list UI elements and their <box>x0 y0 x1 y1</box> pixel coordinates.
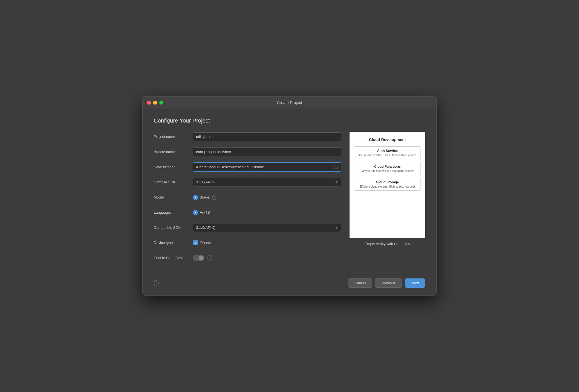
phone-checkbox-label: Phone <box>200 241 211 245</box>
model-row: Model: Stage ? <box>154 192 341 202</box>
project-name-input[interactable] <box>193 132 341 141</box>
save-location-input[interactable] <box>193 163 331 171</box>
save-location-control <box>193 163 341 171</box>
enable-clouddev-toggle-wrapper: ? <box>193 255 341 261</box>
bundle-name-input[interactable] <box>193 147 341 156</box>
cloud-storage-desc: Efficient cloud storage. High speed, low… <box>358 185 417 188</box>
model-stage-radio[interactable] <box>193 195 198 200</box>
auth-service-title: Auth Service <box>358 149 417 153</box>
maximize-button[interactable] <box>159 101 163 105</box>
model-stage-label: Stage <box>200 195 209 199</box>
minimize-button[interactable] <box>153 101 157 105</box>
project-name-control <box>193 132 341 141</box>
device-type-row: Device type: Phone <box>154 238 341 248</box>
auth-service-item: Auth Service Secure and reliable user au… <box>354 146 421 159</box>
enable-clouddev-toggle[interactable] <box>193 255 204 261</box>
window-title: Create Project <box>277 100 302 105</box>
compile-sdk-select[interactable]: 3.1.0(API 9) <box>193 178 341 186</box>
title-bar: Create Project <box>143 97 436 109</box>
footer-left: ? <box>154 280 159 285</box>
language-row: Language: ArkTS <box>154 207 341 218</box>
compatible-sdk-select-wrapper: 3.1.0(API 9) ▼ <box>193 223 341 232</box>
project-name-row: Project name: <box>154 132 341 142</box>
phone-checkbox[interactable] <box>193 240 198 245</box>
language-arkts-option[interactable]: ArkTS <box>193 210 210 215</box>
cloud-functions-desc: Easy to run code without managing server… <box>358 169 417 172</box>
language-control: ArkTS <box>193 210 341 215</box>
model-stage-option[interactable]: Stage <box>193 195 209 200</box>
main-window: Create Project Configure Your Project Pr… <box>142 96 437 296</box>
cancel-button[interactable]: Cancel <box>348 278 372 288</box>
close-button[interactable] <box>147 101 151 105</box>
compatible-sdk-control: 3.1.0(API 9) ▼ <box>193 223 341 232</box>
compile-sdk-label: Compile SDK: <box>154 180 193 184</box>
save-location-label: Save location: <box>154 165 193 169</box>
model-radio-group: Stage ? <box>193 195 341 200</box>
compile-sdk-select-wrapper: 3.1.0(API 9) ▼ <box>193 178 341 186</box>
folder-browse-button[interactable] <box>331 165 341 169</box>
enable-clouddev-control: ? <box>193 255 341 261</box>
model-label: Model: <box>154 195 193 199</box>
language-radio-group: ArkTS <box>193 210 341 215</box>
next-button[interactable]: Next <box>405 278 425 288</box>
form-section: Project name: Bundle name: Save location… <box>154 132 341 268</box>
enable-clouddev-row: Enable CloudDev: ? <box>154 253 341 263</box>
previous-button[interactable]: Previous <box>375 278 402 288</box>
cloud-storage-item: Cloud Storage Efficient cloud storage. H… <box>354 178 421 191</box>
footer-right: Cancel Previous Next <box>348 278 425 288</box>
dialog-content: Configure Your Project Project name: Bun… <box>143 109 436 296</box>
language-arkts-radio[interactable] <box>193 210 198 215</box>
page-title: Configure Your Project <box>154 117 425 124</box>
compatible-sdk-row: Compatible SDK: 3.1.0(API 9) ▼ <box>154 223 341 233</box>
device-type-control: Phone <box>193 240 341 245</box>
clouddev-help-icon[interactable]: ? <box>207 255 212 260</box>
compatible-sdk-label: Compatible SDK: <box>154 225 193 230</box>
footer: ? Cancel Previous Next <box>154 274 425 290</box>
bundle-name-row: Bundle name: <box>154 147 341 157</box>
language-label: Language: <box>154 210 193 215</box>
compile-sdk-row: Compile SDK: 3.1.0(API 9) ▼ <box>154 177 341 187</box>
model-control: Stage ? <box>193 195 341 200</box>
model-help-icon[interactable]: ? <box>212 195 217 200</box>
preview-card: Cloud Development Auth Service Secure an… <box>350 132 425 238</box>
window-controls <box>147 101 163 105</box>
main-area: Project name: Bundle name: Save location… <box>154 132 425 268</box>
project-name-label: Project name: <box>154 135 193 139</box>
device-type-checkbox-group: Phone <box>193 240 341 245</box>
cloud-storage-title: Cloud Storage <box>358 180 417 184</box>
preview-caption: Empty Ability with CloudDev <box>365 242 410 246</box>
bundle-name-label: Bundle name: <box>154 150 193 154</box>
cloud-functions-title: Cloud Functions <box>358 165 417 169</box>
footer-help-icon[interactable]: ? <box>154 280 159 285</box>
enable-clouddev-label: Enable CloudDev: <box>154 256 193 260</box>
bundle-name-control <box>193 147 341 156</box>
preview-section: Cloud Development Auth Service Secure an… <box>350 132 425 268</box>
device-type-label: Device type: <box>154 241 193 245</box>
language-arkts-label: ArkTS <box>200 210 210 215</box>
compatible-sdk-select[interactable]: 3.1.0(API 9) <box>193 223 341 232</box>
auth-service-desc: Secure and reliable user authentication … <box>358 154 417 157</box>
save-location-wrapper <box>193 163 341 171</box>
cloud-functions-item: Cloud Functions Easy to run code without… <box>354 162 421 175</box>
save-location-row: Save location: <box>154 162 341 172</box>
preview-card-title: Cloud Development <box>354 137 421 142</box>
compile-sdk-control: 3.1.0(API 9) ▼ <box>193 178 341 186</box>
